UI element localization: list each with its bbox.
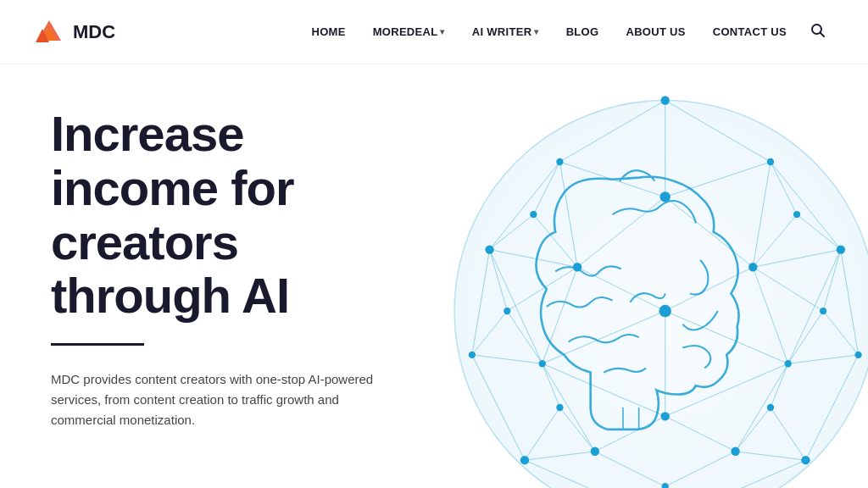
svg-point-89 — [820, 308, 826, 314]
svg-point-67 — [556, 158, 563, 165]
svg-point-82 — [731, 447, 739, 456]
nav-item-moredeal[interactable]: MOREDEAL ▾ — [361, 19, 457, 45]
nav-item-ai-writer[interactable]: AI WRITER ▾ — [460, 19, 551, 45]
nav-item-blog[interactable]: BLOG — [554, 19, 611, 45]
svg-point-80 — [785, 360, 792, 367]
search-icon[interactable] — [802, 16, 834, 48]
mdc-logo-icon — [34, 17, 64, 47]
svg-point-72 — [854, 352, 861, 358]
logo-area[interactable]: MDC — [34, 17, 115, 47]
hero-text-area: Increase income for creators through AI … — [0, 64, 424, 488]
svg-point-70 — [837, 245, 845, 253]
svg-point-71 — [469, 352, 476, 358]
svg-point-79 — [539, 360, 546, 367]
hero-description: MDC provides content creators with one-s… — [51, 369, 390, 430]
svg-point-5 — [454, 100, 868, 488]
svg-point-81 — [591, 447, 599, 456]
svg-line-4 — [821, 32, 825, 36]
header: MDC HOME MOREDEAL ▾ AI WRITER ▾ BLOG ABO… — [0, 0, 868, 64]
svg-point-85 — [661, 412, 670, 420]
ai-writer-chevron-icon: ▾ — [534, 27, 538, 36]
svg-point-73 — [520, 456, 529, 464]
hero-illustration — [402, 64, 868, 488]
main-content: Increase income for creators through AI … — [0, 64, 868, 488]
nav-item-home[interactable]: HOME — [299, 19, 357, 45]
hero-divider — [51, 343, 144, 346]
svg-point-66 — [661, 96, 670, 104]
svg-point-68 — [767, 158, 774, 165]
svg-point-84 — [659, 305, 671, 317]
svg-point-91 — [767, 404, 774, 411]
svg-point-69 — [485, 245, 493, 253]
nav-item-about-us[interactable]: ABOUT US — [614, 19, 697, 45]
svg-point-90 — [556, 404, 563, 411]
svg-point-88 — [504, 308, 510, 314]
svg-point-87 — [793, 211, 800, 218]
moredeal-chevron-icon: ▾ — [440, 27, 444, 36]
hero-title: Increase income for creators through AI — [51, 107, 390, 323]
svg-point-86 — [530, 211, 537, 218]
nav-item-contact-us[interactable]: CONTACT US — [701, 19, 798, 45]
svg-point-78 — [748, 263, 757, 271]
main-nav: HOME MOREDEAL ▾ AI WRITER ▾ BLOG ABOUT U… — [299, 16, 834, 48]
svg-point-74 — [801, 456, 810, 464]
logo-text: MDC — [73, 21, 115, 43]
